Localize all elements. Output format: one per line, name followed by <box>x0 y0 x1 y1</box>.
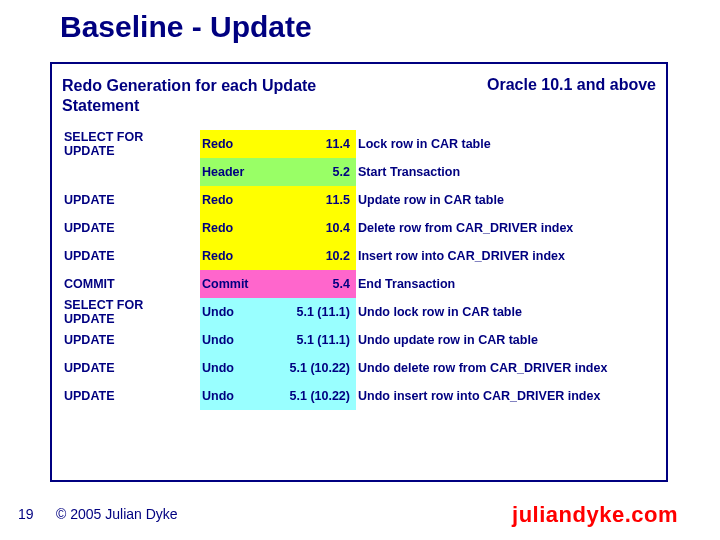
value-cell: 11.4 <box>272 130 356 158</box>
desc-cell: Lock row in CAR table <box>356 130 656 158</box>
content-header: Redo Generation for each Update Statemen… <box>62 76 656 116</box>
type-cell: Redo <box>200 186 272 214</box>
desc-cell: Start Transaction <box>356 158 656 186</box>
stmt-cell: UPDATE <box>62 382 200 410</box>
desc-cell: End Transaction <box>356 270 656 298</box>
desc-cell: Delete row from CAR_DRIVER index <box>356 214 656 242</box>
value-cell: 10.4 <box>272 214 356 242</box>
table-row: UPDATERedo10.4Delete row from CAR_DRIVER… <box>62 214 656 242</box>
footer-copyright: © 2005 Julian Dyke <box>56 506 178 522</box>
stmt-cell: COMMIT <box>62 270 200 298</box>
stmt-cell: UPDATE <box>62 214 200 242</box>
table-row: COMMITCommit5.4End Transaction <box>62 270 656 298</box>
value-cell: 5.1 (11.1) <box>272 326 356 354</box>
desc-cell: Undo delete row from CAR_DRIVER index <box>356 354 656 382</box>
header-left-text: Redo Generation for each Update Statemen… <box>62 76 322 116</box>
table-row: UPDATERedo11.5Update row in CAR table <box>62 186 656 214</box>
page-number: 19 <box>18 506 34 522</box>
data-table: SELECT FOR UPDATERedo11.4Lock row in CAR… <box>62 130 656 410</box>
value-cell: 10.2 <box>272 242 356 270</box>
stmt-cell: SELECT FOR UPDATE <box>62 298 200 326</box>
table-row: UPDATERedo10.2Insert row into CAR_DRIVER… <box>62 242 656 270</box>
type-cell: Undo <box>200 326 272 354</box>
type-cell: Redo <box>200 130 272 158</box>
desc-cell: Undo update row in CAR table <box>356 326 656 354</box>
type-cell: Redo <box>200 214 272 242</box>
value-cell: 11.5 <box>272 186 356 214</box>
type-cell: Undo <box>200 354 272 382</box>
slide-title: Baseline - Update <box>60 10 312 44</box>
table-row: SELECT FOR UPDATEUndo5.1 (11.1)Undo lock… <box>62 298 656 326</box>
table-row: UPDATEUndo5.1 (10.22)Undo delete row fro… <box>62 354 656 382</box>
type-cell: Undo <box>200 298 272 326</box>
stmt-cell: UPDATE <box>62 354 200 382</box>
type-cell: Commit <box>200 270 272 298</box>
table-row: UPDATEUndo5.1 (11.1)Undo update row in C… <box>62 326 656 354</box>
value-cell: 5.1 (10.22) <box>272 382 356 410</box>
stmt-cell: UPDATE <box>62 186 200 214</box>
value-cell: 5.4 <box>272 270 356 298</box>
header-right-text: Oracle 10.1 and above <box>487 76 656 94</box>
value-cell: 5.1 (10.22) <box>272 354 356 382</box>
desc-cell: Undo insert row into CAR_DRIVER index <box>356 382 656 410</box>
table-row: UPDATEUndo5.1 (10.22)Undo insert row int… <box>62 382 656 410</box>
content-box: Redo Generation for each Update Statemen… <box>50 62 668 482</box>
table-row: SELECT FOR UPDATERedo11.4Lock row in CAR… <box>62 130 656 158</box>
value-cell: 5.2 <box>272 158 356 186</box>
desc-cell: Insert row into CAR_DRIVER index <box>356 242 656 270</box>
desc-cell: Undo lock row in CAR table <box>356 298 656 326</box>
value-cell: 5.1 (11.1) <box>272 298 356 326</box>
type-cell: Undo <box>200 382 272 410</box>
footer-site: juliandyke.com <box>512 502 678 528</box>
stmt-cell: UPDATE <box>62 242 200 270</box>
stmt-cell <box>62 158 200 186</box>
stmt-cell: UPDATE <box>62 326 200 354</box>
table-row: Header5.2Start Transaction <box>62 158 656 186</box>
type-cell: Header <box>200 158 272 186</box>
desc-cell: Update row in CAR table <box>356 186 656 214</box>
stmt-cell: SELECT FOR UPDATE <box>62 130 200 158</box>
type-cell: Redo <box>200 242 272 270</box>
slide: Baseline - Update Redo Generation for ea… <box>0 0 720 540</box>
